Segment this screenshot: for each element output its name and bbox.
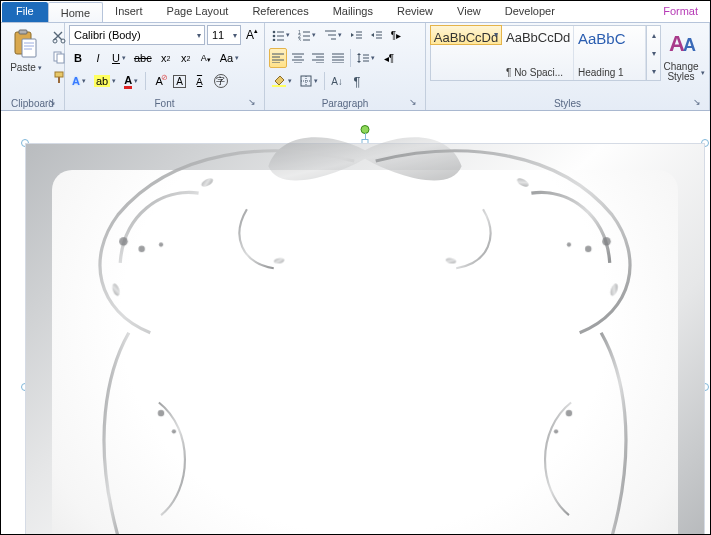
group-font: Calibri (Body) 11 A▴ B I U abc x2 x2 A▾ … [65, 23, 265, 110]
underline-button[interactable]: U [109, 48, 129, 68]
svg-point-61 [111, 283, 121, 297]
svg-point-67 [119, 237, 128, 246]
clear-formatting-button[interactable]: A⊘ [150, 71, 168, 91]
numbering-button[interactable]: 123 [295, 25, 319, 45]
svg-point-72 [567, 243, 571, 247]
svg-point-65 [273, 257, 285, 264]
copy-icon [52, 50, 66, 64]
style-down-button[interactable]: ▾ [647, 44, 660, 62]
justify-icon [332, 53, 344, 63]
tab-home[interactable]: Home [48, 2, 103, 22]
paragraph-launcher[interactable]: ↘ [407, 96, 419, 108]
superscript-button[interactable]: x2 [177, 48, 195, 68]
clipboard-launcher[interactable]: ↘ [46, 96, 58, 108]
style-gallery: AaBbCcDd ¶ Normal AaBbCcDd ¶ No Spaci...… [430, 25, 661, 81]
paste-button[interactable]: Paste [5, 25, 47, 96]
phonetic-guide-button[interactable]: A̲̅ [191, 71, 209, 91]
align-center-button[interactable] [289, 48, 307, 68]
tab-view[interactable]: View [445, 1, 493, 22]
strikethrough-button[interactable]: abc [131, 48, 155, 68]
font-size-select[interactable]: 11 [207, 25, 241, 45]
tab-review[interactable]: Review [385, 1, 445, 22]
font-name-select[interactable]: Calibri (Body) [69, 25, 205, 45]
bold-button[interactable]: B [69, 48, 87, 68]
text-effects-button[interactable]: A [69, 71, 89, 91]
rtl-direction-button[interactable]: ◂¶ [380, 48, 398, 68]
font-launcher[interactable]: ↘ [246, 96, 258, 108]
paint-bucket-icon [272, 75, 286, 87]
grow-font-button[interactable]: A▴ [243, 25, 261, 45]
align-left-button[interactable] [269, 48, 287, 68]
change-styles-label: Change Styles [663, 62, 704, 82]
tab-page-layout[interactable]: Page Layout [155, 1, 241, 22]
document-workspace[interactable] [1, 113, 710, 534]
floral-ornament [1, 118, 710, 534]
group-clipboard: Paste Clipboard ↘ [1, 23, 65, 110]
tab-references[interactable]: References [240, 1, 320, 22]
scissors-icon [52, 30, 66, 44]
svg-point-12 [273, 31, 276, 34]
svg-point-60 [516, 176, 530, 188]
style-more-button[interactable]: ▾ [647, 62, 660, 80]
align-right-button[interactable] [309, 48, 327, 68]
font-color-button[interactable]: A [121, 71, 141, 91]
styles-launcher[interactable]: ↘ [691, 96, 703, 108]
paste-icon [10, 28, 42, 60]
svg-point-71 [585, 246, 591, 252]
svg-point-76 [554, 429, 558, 433]
selected-image-object[interactable] [25, 143, 705, 534]
file-tab[interactable]: File [2, 2, 48, 22]
svg-rect-53 [272, 85, 286, 87]
sort-button[interactable]: A↓ [328, 71, 346, 91]
shrink-font-button[interactable]: A▾ [197, 48, 215, 68]
bullets-button[interactable] [269, 25, 293, 45]
shading-button[interactable] [269, 71, 295, 91]
svg-text:3: 3 [298, 37, 301, 41]
tab-mailings[interactable]: Mailings [321, 1, 385, 22]
svg-point-70 [602, 237, 611, 246]
svg-rect-9 [57, 54, 64, 63]
show-marks-button[interactable]: ¶ [348, 71, 366, 91]
style-heading-1[interactable]: AaBbC Heading 1 [574, 26, 646, 80]
line-spacing-button[interactable] [354, 48, 378, 68]
character-border-button[interactable]: A [170, 71, 189, 91]
tab-format[interactable]: Format [651, 1, 710, 22]
style-up-button[interactable]: ▴ [647, 26, 660, 44]
page-frame [25, 143, 705, 534]
line-spacing-icon [357, 52, 369, 64]
svg-point-14 [273, 35, 276, 38]
svg-point-68 [138, 246, 144, 252]
multilevel-list-button[interactable] [321, 25, 345, 45]
multilevel-icon [324, 29, 336, 41]
style-no-spacing[interactable]: AaBbCcDd ¶ No Spaci... [502, 26, 574, 80]
change-styles-button[interactable]: AA Change Styles [663, 25, 705, 96]
style-gallery-scroll: ▴ ▾ ▾ [646, 26, 660, 80]
svg-point-75 [566, 410, 572, 416]
ltr-direction-button[interactable]: ¶▸ [387, 25, 405, 45]
justify-button[interactable] [329, 48, 347, 68]
svg-text:A: A [683, 35, 696, 55]
borders-icon [300, 75, 312, 87]
svg-rect-2 [22, 39, 36, 57]
svg-point-69 [159, 243, 163, 247]
borders-button[interactable] [297, 71, 321, 91]
ribbon: Paste Clipboard ↘ Calibri (Body) [1, 23, 710, 111]
numbering-icon: 123 [298, 29, 310, 41]
tab-developer[interactable]: Developer [493, 1, 567, 22]
bullets-icon [272, 29, 284, 41]
change-case-button[interactable]: Aa [217, 48, 242, 68]
style-normal[interactable]: AaBbCcDd ¶ Normal [430, 25, 502, 45]
italic-button[interactable]: I [89, 48, 107, 68]
svg-point-62 [609, 283, 619, 297]
highlight-button[interactable]: ab [91, 71, 119, 91]
align-left-icon [272, 53, 284, 63]
paintbrush-icon [52, 70, 66, 84]
change-styles-icon: AA [668, 28, 700, 60]
tab-insert[interactable]: Insert [103, 1, 155, 22]
tab-bar: File Home Insert Page Layout References … [1, 1, 710, 23]
increase-indent-button[interactable] [367, 25, 385, 45]
svg-point-74 [172, 429, 176, 433]
enclose-characters-button[interactable]: 字 [211, 71, 231, 91]
subscript-button[interactable]: x2 [157, 48, 175, 68]
decrease-indent-button[interactable] [347, 25, 365, 45]
